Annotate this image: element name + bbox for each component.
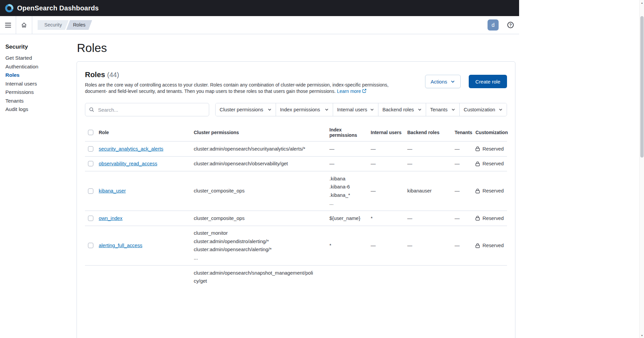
scrollbar-thumb[interactable]: [640, 16, 644, 158]
viewport: OpenSearch Dashboards Security Roles: [0, 0, 644, 338]
reserved-badge: Reserved: [475, 160, 504, 168]
opensearch-logo-icon: [5, 4, 14, 13]
scroll-down-arrow-icon[interactable]: ▼: [640, 333, 644, 338]
toolbar-right: d ?: [488, 19, 519, 31]
sidebar-item-tenants[interactable]: Tenants: [5, 98, 71, 104]
sidebar-item-get-started[interactable]: Get Started: [5, 55, 71, 61]
col-header-cluster-permissions: Cluster permissions: [194, 123, 329, 142]
main-content: Roles Roles (44) Roles are the core way …: [77, 34, 519, 338]
index-permissions-cell: *: [329, 226, 371, 265]
search-box: [85, 103, 209, 116]
scroll-up-arrow-icon[interactable]: ▲: [640, 0, 644, 5]
internal-users-cell: —: [371, 156, 407, 171]
search-icon: [89, 107, 94, 114]
backend-roles-cell: —: [407, 226, 455, 265]
filter-backend-roles[interactable]: Backend roles: [378, 103, 426, 116]
app-header: OpenSearch Dashboards: [0, 0, 519, 16]
table-row: observability_read_access cluster:admin/…: [85, 156, 507, 171]
cluster-permission: cluster:admin/opensearch/observability/g…: [194, 160, 313, 168]
lock-icon: [475, 188, 480, 193]
filter-customization[interactable]: Customization: [459, 103, 507, 116]
chevron-down-icon: [370, 108, 374, 112]
search-input[interactable]: [85, 103, 209, 116]
reserved-badge: Reserved: [475, 214, 504, 223]
table-row-partial: cluster:admin/opensearch/snapshot_manage…: [85, 265, 507, 338]
panel-description: Roles are the core way of controlling ac…: [85, 82, 409, 94]
backend-roles-cell: —: [407, 156, 455, 171]
col-header-tenants: Tenants: [455, 123, 475, 142]
sidebar-item-permissions[interactable]: Permissions: [5, 89, 71, 95]
help-icon[interactable]: ?: [507, 22, 514, 28]
hamburger-icon: [5, 21, 11, 29]
row-checkbox[interactable]: [88, 243, 93, 248]
lock-icon: [475, 216, 480, 221]
filter-cluster-permissions[interactable]: Cluster permissions: [216, 103, 276, 116]
sidebar-item-authentication[interactable]: Authentication: [5, 64, 71, 70]
col-header-index-permissions: Index permissions: [329, 123, 371, 142]
tenants-cell: —: [455, 226, 475, 265]
reserved-badge: Reserved: [475, 241, 504, 250]
sidebar-item-audit-logs[interactable]: Audit logs: [5, 106, 71, 112]
filter-tenants[interactable]: Tenants: [426, 103, 459, 116]
sidebar-item-roles[interactable]: Roles: [5, 72, 71, 78]
learn-more-link[interactable]: Learn more: [337, 89, 361, 94]
row-checkbox[interactable]: [88, 161, 93, 166]
cluster-permission: cluster_composite_ops: [194, 187, 313, 195]
table-row: alerting_full_access cluster_monitor clu…: [85, 226, 507, 265]
role-link[interactable]: observability_read_access: [99, 161, 157, 166]
panel-header: Roles (44) Roles are the core way of con…: [85, 70, 507, 94]
tenants-cell: —: [455, 211, 475, 226]
tenants-cell: —: [455, 156, 475, 171]
reserved-badge: Reserved: [475, 187, 504, 195]
chevron-down-icon: [325, 108, 329, 112]
avatar[interactable]: d: [488, 19, 499, 31]
table-row: own_index cluster_composite_ops ${user_n…: [85, 211, 507, 226]
role-link[interactable]: kibana_user: [99, 188, 126, 193]
external-link-icon: [362, 89, 366, 94]
chevron-down-icon: [418, 108, 422, 112]
backend-roles-cell: —: [407, 142, 455, 157]
index-permissions-cell: .kibana .kibana-6 .kibana_* ...: [329, 171, 371, 211]
page-layout: Security Get Started Authentication Role…: [0, 34, 519, 338]
tenants-cell: —: [455, 171, 475, 211]
col-header-role: Role: [99, 123, 194, 142]
role-link[interactable]: alerting_full_access: [99, 243, 142, 248]
internal-users-cell: —: [371, 142, 407, 157]
home-button[interactable]: [16, 16, 32, 34]
breadcrumb-roles[interactable]: Roles: [66, 20, 92, 30]
role-link[interactable]: security_analytics_ack_alerts: [99, 146, 163, 152]
roles-count: (44): [107, 71, 119, 78]
role-link[interactable]: own_index: [99, 216, 123, 221]
cluster-permission: cluster:admin/opensearch/alerting/*: [194, 245, 313, 254]
backend-roles-cell: —: [407, 211, 455, 226]
row-checkbox[interactable]: [88, 216, 93, 221]
table-controls: Cluster permissions Index permissions In…: [85, 103, 507, 116]
actions-button[interactable]: Actions: [425, 75, 461, 88]
row-checkbox[interactable]: [88, 188, 93, 194]
breadcrumb-security[interactable]: Security: [38, 20, 68, 30]
home-icon: [21, 22, 27, 28]
page-title: Roles: [77, 41, 515, 55]
menu-button[interactable]: [0, 16, 16, 34]
roles-table: Role Cluster permissions Index permissio…: [85, 123, 507, 338]
chevron-down-icon: [451, 79, 455, 84]
panel-title: Roles (44): [85, 70, 409, 80]
table-row: kibana_user cluster_composite_ops .kiban…: [85, 171, 507, 211]
select-all-checkbox[interactable]: [88, 130, 93, 135]
tenants-cell: —: [455, 142, 475, 157]
row-checkbox[interactable]: [88, 146, 93, 152]
chevron-down-icon: [499, 108, 503, 112]
col-header-customization: Customization: [475, 123, 507, 142]
cluster-permission: cluster_monitor: [194, 229, 313, 237]
sidebar-item-internal-users[interactable]: Internal users: [5, 81, 71, 87]
lock-icon: [475, 161, 480, 166]
app-title: OpenSearch Dashboards: [17, 4, 99, 12]
filter-internal-users[interactable]: Internal users: [333, 103, 378, 116]
internal-users-cell: —: [371, 226, 407, 265]
internal-users-cell: —: [371, 171, 407, 211]
create-role-button[interactable]: Create role: [469, 75, 507, 88]
nav-toolbar: Security Roles d ?: [0, 16, 519, 34]
vertical-scrollbar[interactable]: ▲ ▼: [639, 0, 644, 338]
filter-index-permissions[interactable]: Index permissions: [276, 103, 333, 116]
reserved-badge: Reserved: [475, 145, 504, 153]
